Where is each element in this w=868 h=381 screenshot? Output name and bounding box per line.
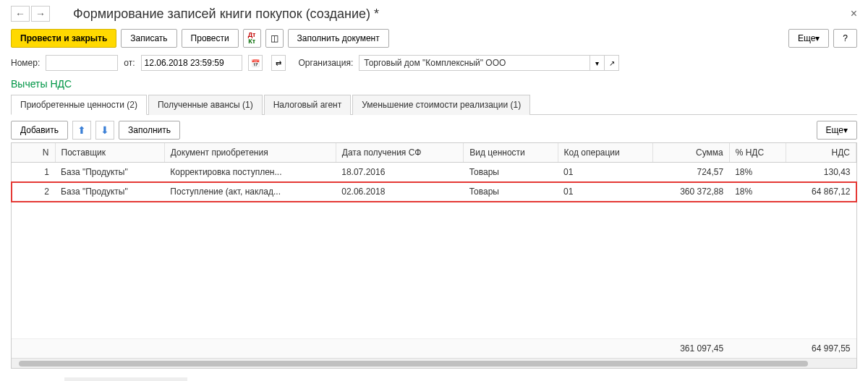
chevron-down-icon: ▾	[843, 125, 848, 135]
page-title: Формирование записей книги покупок (созд…	[73, 7, 379, 22]
col-header-date-sf[interactable]: Дата получения СФ	[336, 143, 463, 163]
section-title: Вычеты НДС	[11, 78, 857, 90]
col-header-vat-pct[interactable]: % НДС	[729, 143, 786, 163]
cell-sum: 360 372,88	[652, 182, 729, 202]
number-label: Номер:	[11, 58, 40, 68]
fill-document-button[interactable]: Заполнить документ	[288, 29, 389, 48]
organization-field[interactable]: Торговый дом "Комплексный" ООО	[359, 55, 590, 71]
cell-type: Товары	[464, 163, 558, 182]
total-vat: 64 997,55	[786, 339, 856, 359]
tabs-container: Приобретенные ценности (2) Полученные ав…	[11, 94, 857, 115]
col-header-vat[interactable]: НДС	[786, 143, 856, 163]
from-label: от:	[124, 58, 135, 68]
total-vat-value: 74 023,48	[64, 377, 187, 381]
cell-n: 2	[12, 182, 55, 202]
move-down-button[interactable]: ⬇	[95, 121, 114, 140]
post-and-close-button[interactable]: Провести и закрыть	[11, 29, 116, 48]
cell-n: 1	[12, 163, 55, 182]
col-header-op-code[interactable]: Код операции	[558, 143, 652, 163]
col-header-sum[interactable]: Сумма	[652, 143, 729, 163]
table-container: N Поставщик Документ приобретения Дата п…	[11, 142, 857, 369]
cell-vat-pct: 18%	[729, 163, 786, 182]
org-open-icon[interactable]: ↗	[605, 55, 619, 71]
cell-op-code: 01	[558, 182, 652, 202]
org-dropdown-icon[interactable]: ▾	[590, 55, 605, 71]
calendar-icon[interactable]: 📅	[248, 55, 263, 71]
cell-supplier: База "Продукты"	[55, 182, 164, 202]
save-button[interactable]: Записать	[121, 29, 176, 48]
cell-supplier: База "Продукты"	[55, 163, 164, 182]
total-sum: 361 097,45	[652, 339, 729, 359]
cell-vat-pct: 18%	[729, 182, 786, 202]
cell-doc: Корректировка поступлен...	[164, 163, 336, 182]
number-field[interactable]	[46, 55, 118, 71]
tab-acquired-values[interactable]: Приобретенные ценности (2)	[11, 95, 147, 115]
col-header-type[interactable]: Вид ценности	[464, 143, 558, 163]
cell-op-code: 01	[558, 163, 652, 182]
more-button[interactable]: Еще ▾	[788, 29, 829, 48]
org-label: Организация:	[299, 58, 354, 68]
table-row[interactable]: 1База "Продукты"Корректировка поступлен.…	[12, 163, 856, 182]
post-button[interactable]: Провести	[182, 29, 239, 48]
col-header-supplier[interactable]: Поставщик	[55, 143, 164, 163]
cell-date-sf: 02.06.2018	[336, 182, 463, 202]
chevron-down-icon: ▾	[815, 33, 820, 43]
add-row-button[interactable]: Добавить	[11, 121, 68, 140]
cell-vat: 130,43	[786, 163, 856, 182]
tab-realization-cost-reduction[interactable]: Уменьшение стоимости реализации (1)	[352, 95, 530, 115]
table-more-button[interactable]: Еще ▾	[817, 121, 857, 140]
col-header-doc[interactable]: Документ приобретения	[164, 143, 336, 163]
forward-button[interactable]: →	[31, 6, 50, 22]
col-header-n[interactable]: N	[12, 143, 55, 163]
fill-button[interactable]: Заполнить	[119, 121, 180, 140]
link-icon[interactable]: ⇄	[271, 55, 286, 71]
date-field[interactable]	[141, 55, 242, 71]
back-button[interactable]: ←	[11, 6, 30, 22]
dt-kt-button[interactable]: ДтКт	[243, 29, 261, 48]
cell-sum: 724,57	[652, 163, 729, 182]
cell-doc: Поступление (акт, наклад...	[164, 182, 336, 202]
help-button[interactable]: ?	[833, 29, 857, 48]
cell-type: Товары	[464, 182, 558, 202]
move-up-button[interactable]: ⬆	[72, 121, 91, 140]
structure-button[interactable]: ◫	[265, 29, 284, 48]
horizontal-scrollbar[interactable]	[12, 358, 856, 368]
cell-vat: 64 867,12	[786, 182, 856, 202]
close-icon[interactable]: ×	[851, 7, 857, 20]
tab-tax-agent[interactable]: Налоговый агент	[264, 95, 352, 115]
cell-date-sf: 18.07.2016	[336, 163, 463, 182]
tab-received-advances[interactable]: Полученные авансы (1)	[148, 95, 263, 115]
table-row[interactable]: 2База "Продукты"Поступление (акт, наклад…	[12, 182, 856, 202]
